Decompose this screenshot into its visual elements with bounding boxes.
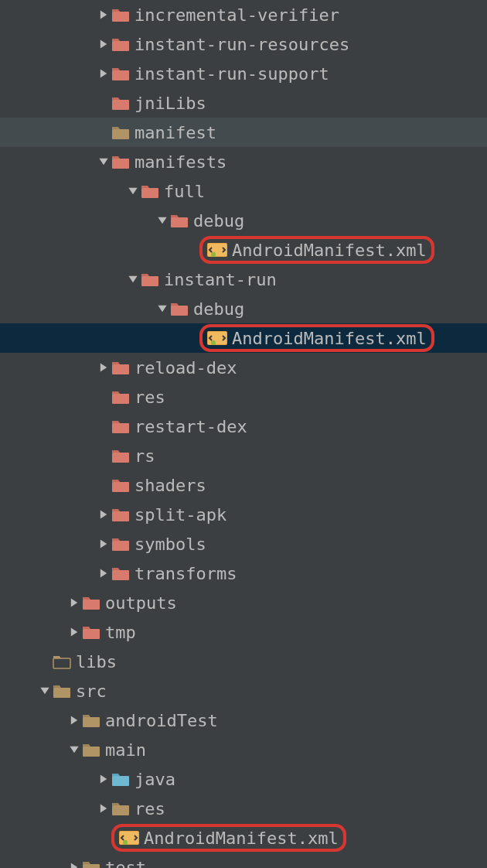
chevron-right-icon[interactable] [96, 9, 111, 20]
chevron-down-icon[interactable] [155, 215, 170, 226]
chevron-down-icon[interactable] [96, 156, 111, 167]
svg-rect-54 [120, 832, 138, 844]
file-item[interactable]: AndroidManifest.xml [0, 235, 487, 265]
svg-rect-23 [208, 332, 226, 344]
folder-icon [111, 536, 130, 552]
chevron-down-icon[interactable] [155, 303, 170, 314]
item-label: instant-run [164, 270, 277, 289]
folder-item[interactable]: androidTest [0, 706, 487, 735]
svg-rect-9 [112, 159, 129, 169]
chevron-right-icon[interactable] [96, 568, 111, 579]
chevron-right-icon[interactable] [96, 68, 111, 79]
svg-marker-57 [71, 863, 77, 868]
svg-marker-0 [100, 10, 107, 19]
svg-rect-33 [112, 511, 129, 521]
folder-item[interactable]: incremental-verifier [0, 0, 487, 29]
chevron-right-icon[interactable] [66, 597, 82, 608]
folder-item[interactable]: main [0, 735, 487, 764]
folder-icon [82, 713, 100, 728]
xml-file-icon [207, 241, 227, 258]
folder-item[interactable]: debug [0, 294, 487, 323]
folder-icon [111, 566, 130, 581]
folder-icon [111, 360, 130, 375]
chevron-down-icon[interactable] [125, 186, 141, 196]
folder-item[interactable]: instant-run [0, 265, 487, 294]
xml-file-icon [119, 829, 139, 846]
item-label: AndroidManifest.xml [144, 829, 339, 848]
chevron-down-icon[interactable] [125, 274, 141, 285]
item-label: symbols [135, 535, 206, 554]
svg-marker-12 [158, 217, 166, 224]
chevron-right-icon[interactable] [96, 509, 111, 520]
file-item[interactable]: AndroidManifest.xml [0, 823, 487, 853]
folder-item[interactable]: reload-dex [0, 353, 487, 382]
item-label: split-apk [135, 505, 226, 525]
folder-icon [170, 301, 189, 316]
folder-item[interactable]: split-apk [0, 500, 487, 529]
folder-item[interactable]: libs [0, 647, 487, 676]
folder-item[interactable]: full [0, 176, 487, 206]
item-label: debug [193, 211, 244, 231]
item-label: transforms [135, 564, 237, 583]
folder-item[interactable]: rs [0, 441, 487, 470]
chevron-right-icon[interactable] [96, 803, 111, 814]
item-label: shaders [135, 476, 206, 495]
folder-item[interactable]: instant-run-support [0, 59, 487, 88]
chevron-right-icon[interactable] [66, 627, 82, 637]
chevron-right-icon[interactable] [66, 715, 82, 726]
svg-marker-49 [100, 774, 107, 783]
folder-item[interactable]: res [0, 794, 487, 823]
svg-rect-6 [112, 100, 129, 110]
item-label: AndroidManifest.xml [232, 329, 427, 348]
folder-icon [82, 624, 100, 640]
folder-item[interactable]: transforms [0, 559, 487, 588]
chevron-right-icon[interactable] [96, 538, 111, 549]
chevron-down-icon[interactable] [66, 744, 82, 755]
svg-rect-56 [124, 840, 127, 842]
chevron-right-icon[interactable] [96, 362, 111, 373]
folder-item[interactable]: manifest [0, 118, 487, 147]
folder-item[interactable]: debug [0, 206, 487, 235]
folder-item[interactable]: restart-dex [0, 412, 487, 441]
svg-rect-52 [112, 805, 129, 815]
svg-rect-39 [83, 600, 100, 610]
item-label: jniLibs [135, 94, 206, 113]
item-label: res [135, 388, 165, 407]
folder-icon [111, 419, 130, 434]
xml-file-icon [207, 330, 227, 347]
chevron-right-icon[interactable] [66, 862, 82, 868]
chevron-right-icon[interactable] [96, 39, 111, 50]
folder-item[interactable]: instant-run-resources [0, 29, 487, 59]
folder-item[interactable]: src [0, 676, 487, 706]
folder-item[interactable]: java [0, 764, 487, 794]
svg-marker-51 [100, 804, 107, 812]
folder-icon [111, 95, 130, 111]
svg-rect-31 [112, 482, 129, 492]
folder-item[interactable]: symbols [0, 529, 487, 559]
svg-rect-30 [112, 453, 129, 463]
chevron-right-icon[interactable] [96, 774, 111, 784]
svg-rect-25 [212, 340, 215, 343]
item-label: java [135, 770, 175, 789]
folder-icon [170, 213, 189, 228]
highlight-annotation: AndroidManifest.xml [199, 236, 434, 264]
folder-item[interactable]: res [0, 382, 487, 412]
file-item[interactable]: AndroidManifest.xml [0, 323, 487, 353]
item-label: tmp [105, 623, 136, 642]
folder-item[interactable]: shaders [0, 470, 487, 500]
item-label: manifests [135, 152, 226, 172]
folder-item[interactable]: outputs [0, 588, 487, 617]
folder-icon [111, 801, 130, 816]
folder-item[interactable]: test [0, 853, 487, 868]
svg-rect-41 [83, 629, 100, 639]
folder-icon [111, 154, 130, 169]
chevron-down-icon[interactable] [37, 685, 53, 696]
folder-icon [111, 125, 130, 140]
folder-item[interactable]: tmp [0, 617, 487, 647]
item-label: libs [76, 652, 117, 672]
folder-icon [111, 36, 130, 52]
folder-item[interactable]: jniLibs [0, 88, 487, 118]
svg-rect-17 [212, 252, 215, 255]
svg-rect-37 [112, 570, 129, 580]
folder-item[interactable]: manifests [0, 147, 487, 176]
